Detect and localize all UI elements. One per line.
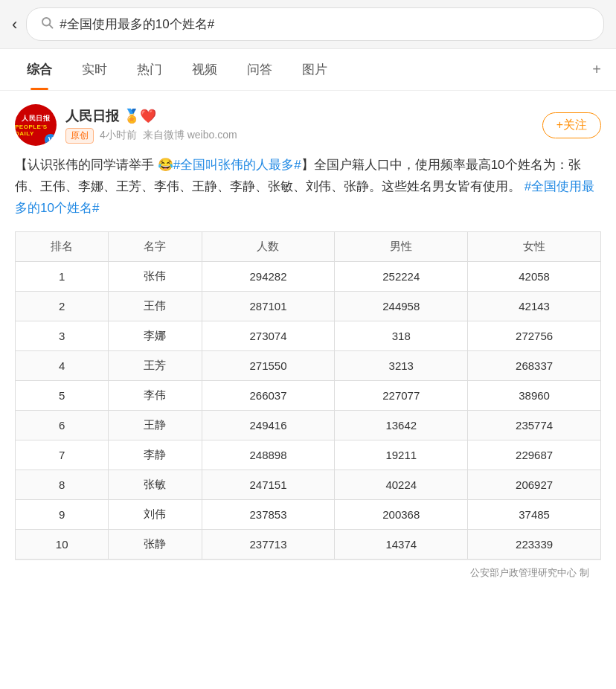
table-cell-8-2: 237853 xyxy=(202,499,335,529)
search-query: #全国使用最多的10个姓名# xyxy=(60,16,214,33)
table-cell-8-3: 200368 xyxy=(335,499,468,529)
col-header-name: 名字 xyxy=(109,231,202,261)
tab-实时[interactable]: 实时 xyxy=(67,49,122,90)
table-cell-3-3: 3213 xyxy=(335,350,468,380)
col-header-male: 男性 xyxy=(335,231,468,261)
search-input-wrapper[interactable]: #全国使用最多的10个姓名# xyxy=(26,7,604,41)
table-cell-0-4: 42058 xyxy=(468,261,601,291)
avatar-text-top: 人民日报 xyxy=(22,114,50,124)
table-cell-0-2: 294282 xyxy=(202,261,335,291)
table-row: 3李娜273074318272756 xyxy=(16,321,601,350)
table-cell-4-2: 266037 xyxy=(202,380,335,410)
post-content: 【认识张伟的同学请举手 😂#全国叫张伟的人最多#】全国户籍人口中，使用频率最高1… xyxy=(15,155,601,219)
table-cell-1-1: 王伟 xyxy=(109,291,202,321)
table-cell-6-4: 229687 xyxy=(468,440,601,470)
table-cell-4-0: 5 xyxy=(16,380,109,410)
table-cell-8-0: 9 xyxy=(16,499,109,529)
search-icon xyxy=(40,16,54,33)
table-cell-9-3: 14374 xyxy=(335,529,468,559)
table-cell-5-0: 6 xyxy=(16,410,109,440)
table-cell-8-1: 刘伟 xyxy=(109,499,202,529)
table-cell-3-2: 271550 xyxy=(202,350,335,380)
table-cell-0-1: 张伟 xyxy=(109,261,202,291)
table-row: 8张敏24715140224206927 xyxy=(16,470,601,499)
table-cell-9-0: 10 xyxy=(16,529,109,559)
table-cell-7-1: 张敏 xyxy=(109,470,202,499)
search-bar: ‹ #全国使用最多的10个姓名# xyxy=(0,0,616,49)
table-row: 1张伟29428225222442058 xyxy=(16,261,601,291)
table-cell-3-0: 4 xyxy=(16,350,109,380)
table-cell-2-4: 272756 xyxy=(468,321,601,350)
table-cell-7-0: 8 xyxy=(16,470,109,499)
table-cell-7-4: 206927 xyxy=(468,470,601,499)
table-cell-8-4: 37485 xyxy=(468,499,601,529)
tab-综合[interactable]: 综合 xyxy=(12,49,67,90)
post-source: 来自微博 weibo.com xyxy=(143,129,237,142)
post-time: 4小时前 xyxy=(100,129,137,142)
table-cell-5-4: 235774 xyxy=(468,410,601,440)
tab-热门[interactable]: 热门 xyxy=(122,49,177,90)
table-row: 9刘伟23785320036837485 xyxy=(16,499,601,529)
table-row: 7李静24889819211229687 xyxy=(16,440,601,470)
col-header-rank: 排名 xyxy=(16,231,109,261)
follow-button[interactable]: +关注 xyxy=(542,112,601,138)
table-cell-0-0: 1 xyxy=(16,261,109,291)
content-part1: 【认识张伟的同学请举手 😂 xyxy=(15,158,173,172)
tab-图片[interactable]: 图片 xyxy=(287,49,342,90)
table-cell-6-0: 7 xyxy=(16,440,109,470)
table-cell-6-1: 李静 xyxy=(109,440,202,470)
tabs-bar: 综合 实时 热门 视频 问答 图片 + xyxy=(0,49,616,91)
table-cell-5-3: 13642 xyxy=(335,410,468,440)
table-cell-2-0: 3 xyxy=(16,321,109,350)
author-name: 人民日报 xyxy=(65,107,119,125)
col-header-count: 人数 xyxy=(202,231,335,261)
avatar: 人民日报 PEOPLE'S DAILY V xyxy=(15,104,57,146)
table-row: 6王静24941613642235774 xyxy=(16,410,601,440)
verified-badge: V xyxy=(45,134,57,146)
table-cell-9-2: 237713 xyxy=(202,529,335,559)
table-row: 5李伟26603722707738960 xyxy=(16,380,601,410)
table-cell-7-3: 40224 xyxy=(335,470,468,499)
table-row: 4王芳2715503213268337 xyxy=(16,350,601,380)
post-card: 人民日报 PEOPLE'S DAILY V 人民日报 🏅❤️ 原创 4小时前 来… xyxy=(0,91,616,586)
table-cell-3-1: 王芳 xyxy=(109,350,202,380)
table-cell-4-4: 38960 xyxy=(468,380,601,410)
table-footer: 公安部户政管理研究中心 制 xyxy=(15,560,601,586)
hashtag1[interactable]: #全国叫张伟的人最多# xyxy=(173,158,301,172)
table-cell-2-2: 273074 xyxy=(202,321,335,350)
table-cell-2-1: 李娜 xyxy=(109,321,202,350)
col-header-female: 女性 xyxy=(468,231,601,261)
back-button[interactable]: ‹ xyxy=(12,15,17,34)
table-row: 10张静23771314374223339 xyxy=(16,529,601,559)
table-cell-2-3: 318 xyxy=(335,321,468,350)
post-meta: 人民日报 🏅❤️ 原创 4小时前 来自微博 weibo.com xyxy=(65,107,542,144)
post-header: 人民日报 PEOPLE'S DAILY V 人民日报 🏅❤️ 原创 4小时前 来… xyxy=(15,104,601,146)
table-cell-1-3: 244958 xyxy=(335,291,468,321)
table-cell-1-0: 2 xyxy=(16,291,109,321)
original-badge: 原创 xyxy=(65,128,94,144)
table-cell-6-3: 19211 xyxy=(335,440,468,470)
table-cell-7-2: 247151 xyxy=(202,470,335,499)
svg-line-1 xyxy=(50,25,53,28)
author-emojis: 🏅❤️ xyxy=(123,108,156,124)
table-cell-1-2: 287101 xyxy=(202,291,335,321)
table-row: 2王伟28710124495842143 xyxy=(16,291,601,321)
table-cell-6-2: 248898 xyxy=(202,440,335,470)
table-cell-4-1: 李伟 xyxy=(109,380,202,410)
table-cell-1-4: 42143 xyxy=(468,291,601,321)
names-table: 排名 名字 人数 男性 女性 1张伟294282252224420582王伟28… xyxy=(15,231,601,560)
table-cell-4-3: 227077 xyxy=(335,380,468,410)
table-cell-9-1: 张静 xyxy=(109,529,202,559)
tab-问答[interactable]: 问答 xyxy=(232,49,287,90)
tab-视频[interactable]: 视频 xyxy=(177,49,232,90)
table-cell-5-2: 249416 xyxy=(202,410,335,440)
table-cell-0-3: 252224 xyxy=(335,261,468,291)
table-cell-3-4: 268337 xyxy=(468,350,601,380)
table-cell-5-1: 王静 xyxy=(109,410,202,440)
tabs-more-button[interactable]: + xyxy=(589,49,604,90)
table-cell-9-4: 223339 xyxy=(468,529,601,559)
